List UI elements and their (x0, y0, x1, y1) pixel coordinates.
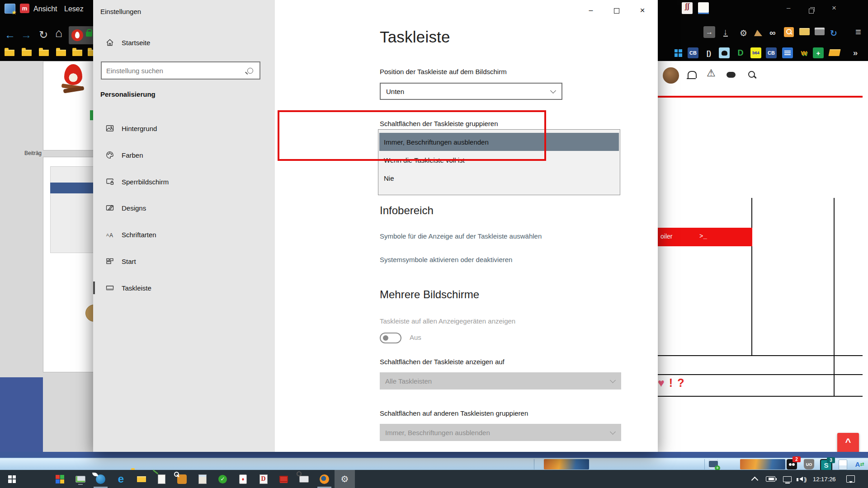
settings-maximize-button[interactable] (610, 5, 623, 16)
action-center-button[interactable] (846, 470, 855, 488)
cat-tab-icon[interactable] (719, 47, 730, 58)
toggle-state-label: Aus (410, 333, 421, 341)
scroll-to-top-button[interactable]: ^ (837, 433, 859, 453)
group-option-selected[interactable]: Immer, Beschriftungen ausblenden (379, 133, 619, 151)
position-dropdown[interactable]: Unten (380, 83, 562, 100)
taskbar-app-keepass[interactable] (172, 470, 192, 488)
sidebar-item-taskleiste[interactable]: Taskleiste (93, 278, 275, 298)
cb-tab-icon[interactable]: CB (688, 47, 698, 58)
taskbar-app-d-tool[interactable]: D (253, 470, 274, 488)
taskbar-app-camera[interactable] (294, 470, 314, 488)
bookmark-folder-icon[interactable] (56, 50, 66, 56)
taskbar-app-thunderbird[interactable] (90, 470, 111, 488)
mask-addon-icon[interactable]: ∞ (769, 28, 776, 38)
search-addon-icon[interactable] (784, 27, 794, 37)
reload-button[interactable]: ↻ (39, 28, 48, 41)
taskbar-clock[interactable]: 12:17:26 (813, 470, 836, 488)
profile-avatar[interactable] (663, 67, 679, 84)
site-favicon-m[interactable]: m (20, 4, 29, 13)
tray-network[interactable] (783, 470, 792, 488)
taskbar-app-media[interactable] (50, 470, 70, 488)
tray-battery[interactable] (766, 470, 775, 488)
b64-tab-icon[interactable]: b64 (750, 47, 761, 58)
open-folder-tab-icon[interactable] (828, 49, 840, 56)
group-option[interactable]: Wenn die Taskleiste voll ist (379, 151, 619, 169)
windows-tab-icon[interactable] (673, 47, 684, 58)
toolbar-script-icon[interactable]: ʃʃ (682, 2, 693, 14)
hamburger-menu-icon[interactable]: ≡ (855, 26, 861, 38)
refresh-addon-icon[interactable]: ↻ (830, 28, 837, 38)
taskbar-app-edge[interactable]: e (111, 470, 131, 488)
settings-search-input[interactable]: Einstellung suchen (101, 61, 260, 80)
messages-chat-icon[interactable] (726, 72, 736, 78)
settings-close-button[interactable]: × (636, 5, 649, 16)
ublock-shield-icon[interactable]: UO (804, 459, 814, 469)
list-tab-icon[interactable] (782, 47, 793, 58)
session-manager-icon[interactable]: S 3 (820, 459, 832, 471)
wizard-hat-icon[interactable] (754, 30, 762, 36)
sidebar-item-designs[interactable]: Designs (93, 198, 275, 218)
taskbar-app-antivirus[interactable]: ✓ (212, 470, 233, 488)
pocket-arrow-icon[interactable]: → (703, 26, 715, 38)
bookmark-folder-icon[interactable] (72, 50, 82, 56)
clapperboard-icon[interactable] (815, 28, 825, 35)
taskbar-app-firefox[interactable] (314, 470, 335, 488)
settings-minimize-button[interactable]: – (584, 5, 598, 16)
browser-close-button[interactable]: × (832, 4, 836, 13)
download-manager-icon[interactable]: 2 (787, 459, 797, 469)
alerts-warning-icon[interactable]: ⚠ (707, 67, 716, 79)
page-footer-strip (0, 452, 868, 458)
start-button[interactable] (2, 470, 22, 488)
addon-gear-icon[interactable]: ⚙ (740, 28, 747, 38)
translate-icon[interactable]: A ⇄ (854, 459, 865, 469)
bookmark-folder-icon[interactable] (22, 50, 32, 56)
home-button[interactable]: ⌂ (55, 26, 62, 40)
video-downloadhelper-icon[interactable] (709, 460, 718, 469)
select-icons-link[interactable]: Symbole für die Anzeige auf der Taskleis… (380, 232, 542, 240)
taskbar-app-editor[interactable] (151, 470, 172, 488)
menu-lesezeichen[interactable]: Lesez (64, 5, 84, 13)
w-tab-icon[interactable]: w (798, 47, 809, 58)
post-header-bar (50, 183, 93, 193)
site-identity-box[interactable] (69, 26, 96, 44)
group-dropdown-list[interactable]: Immer, Beschriftungen ausblenden Wenn di… (378, 129, 620, 195)
sidebar-item-sperrbildschirm[interactable]: Sperrbildschirm (93, 172, 275, 192)
search-page-icon[interactable] (748, 71, 755, 78)
red-code-button[interactable]: oiler >_ (658, 228, 752, 246)
taskbar-app-settings-active[interactable]: ⚙ (335, 470, 355, 488)
bookmark-folder-icon[interactable] (39, 50, 49, 56)
sidebar-item-hintergrund[interactable]: Hintergrund (93, 118, 275, 138)
notifications-bell-icon[interactable] (688, 71, 697, 78)
overflow-chevrons-icon[interactable]: » (850, 47, 861, 58)
taskbar-app-explorer[interactable] (131, 470, 151, 488)
back-button[interactable]: ← (5, 28, 15, 41)
tray-show-hidden[interactable] (752, 470, 757, 488)
sidebar-item-home[interactable]: Startseite (93, 33, 275, 52)
taskbar-app-emulator[interactable] (274, 470, 294, 488)
folder-tool-icon[interactable] (799, 28, 810, 35)
reader-doc-icon[interactable] (839, 460, 847, 470)
menu-ansicht[interactable]: Ansicht (33, 5, 57, 13)
cb-tab-icon2[interactable]: CB (766, 47, 777, 58)
tray-volume[interactable]: )) (799, 470, 806, 488)
sidebar-item-schriftarten[interactable]: AA Schriftarten (93, 225, 275, 244)
browser-minimize-button[interactable]: – (787, 4, 790, 11)
taskbar-app-presentation[interactable] (70, 470, 90, 488)
sidebar-item-farben[interactable]: Farben (93, 145, 275, 165)
downloads-icon[interactable]: ↓ (723, 28, 728, 37)
taskbar-app-notes[interactable] (192, 470, 212, 488)
bookmark-window-icon[interactable] (5, 4, 15, 14)
bracket-tab-icon[interactable]: [) (703, 47, 714, 58)
browser-restore-button[interactable] (809, 5, 814, 15)
monitor-chart-icon (75, 476, 85, 483)
taskbar-app-cards[interactable]: ♦ (233, 470, 253, 488)
sidebar-item-start[interactable]: Start (93, 251, 275, 271)
bookmark-folder-icon[interactable] (5, 50, 14, 56)
multi-display-toggle[interactable] (380, 333, 401, 343)
d-green-tab-icon[interactable]: D (735, 47, 746, 58)
system-icons-link[interactable]: Systemsymbole aktivieren oder deaktivier… (380, 256, 512, 263)
toolbar-notes-icon[interactable] (698, 2, 709, 14)
plus-tab-icon[interactable]: + (813, 47, 824, 58)
group-option[interactable]: Nie (379, 169, 619, 187)
forward-button[interactable]: → (21, 28, 32, 41)
